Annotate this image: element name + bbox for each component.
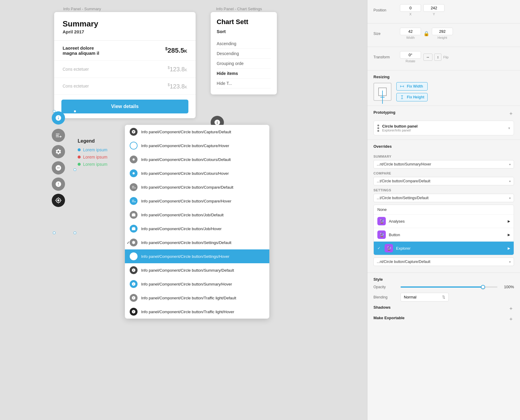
resizing-label: Resizing [373,75,514,79]
sub-dropdown-analyses[interactable]: 🔮 Analyses ▶ [374,215,514,228]
summary-override-select[interactable]: ...nt/Circle button/Summary/Hover ▾ [373,160,514,168]
rotate-input[interactable] [400,51,421,59]
capture-override-select[interactable]: ...nt/Circle button/Capture/Default ▾ [373,258,514,266]
dropdown-item-10[interactable]: Info panel/Component/Circle button/Setti… [125,249,269,263]
chart-settings-hide-t[interactable]: Hide T... [217,79,271,88]
shadows-add-icon[interactable]: + [508,306,514,312]
capture-override-chevron: ▾ [509,260,511,264]
dropdown-item-1[interactable]: Info panel/Component/Circle button/Captu… [125,125,269,139]
prototyping-add-icon[interactable]: + [508,111,514,117]
fix-width-button[interactable]: Fix Width [396,82,428,91]
fix-height-button[interactable]: Fix Height [396,93,428,101]
size-width-input[interactable] [400,28,421,35]
sidebar-icon-settings[interactable] [52,145,65,158]
summary-title: Summary [63,19,187,29]
overrides-label: Overrides [373,144,392,149]
opacity-slider[interactable] [401,286,497,288]
chart-settings-ascending[interactable]: Ascending [217,39,271,49]
dropdown-item-8[interactable]: Info panel/Component/Circle button/Job/H… [125,222,269,236]
sidebar-icon-menu-add[interactable] [52,129,65,142]
position-y-input[interactable] [423,4,444,12]
settings-override-label: SETTINGS [373,188,514,192]
legend-title: Legend [78,138,107,144]
sidebar-icon-crosshair[interactable] [52,194,65,207]
flip-h-button[interactable]: ↔ [423,54,432,61]
sidebar-icon-info[interactable] [52,111,65,125]
position-x-label: X [409,12,411,16]
prototyping-dot-3 [377,130,379,132]
resizing-area: Fix Width Fix Height [373,82,514,101]
blending-row: Blending Normal ⇅ [373,293,514,301]
dropdown-item-4[interactable]: Info panel/Component/Circle button/Colou… [125,166,269,180]
settings-override-select[interactable]: ...t/Circle button/Settings/Default ▾ [373,194,514,202]
sidebar-icon-alert[interactable] [52,178,65,191]
resize-box[interactable] [373,83,392,101]
summary-label-3: Cons ectetuer [63,84,89,88]
dropdown-icon-12 [130,280,138,288]
dropdown-label-3: Info panel/Component/Circle button/Colou… [141,157,231,162]
size-height-group: Height [432,28,453,39]
dropdown-label-13: Info panel/Component/Circle button/Traff… [141,296,236,300]
dropdown-icon-4 [130,169,138,177]
export-add-icon[interactable]: + [508,317,514,323]
svg-point-0 [133,159,135,161]
sub-icon-button: 🔮 [377,230,386,239]
selection-handle-t [74,110,76,113]
summary-row-1: Laoreet doloremagna aliquam il $285.5K [54,41,196,61]
prototyping-dots [377,125,379,132]
blending-chevron: ⇅ [442,295,445,299]
canvas-area: Info Panel - Summary Info Panel - Chart … [0,0,367,420]
dropdown-item-13[interactable]: Info panel/Component/Circle button/Traff… [125,291,269,305]
position-x-input[interactable] [400,4,421,12]
dropdown-icon-13 [130,294,138,302]
resize-buttons: Fix Width Fix Height [396,82,428,101]
sidebar-icon-minus[interactable] [52,161,65,174]
dropdown-icon-14 [130,308,138,316]
position-label: Position [373,8,398,12]
sub-icon-analyses: 🔮 [377,217,386,225]
opacity-thumb[interactable] [481,285,485,289]
view-details-button[interactable]: View details [61,100,188,113]
sub-dropdown-button[interactable]: 🔮 Button ▶ [374,228,514,241]
compare-override-value: ...t/Circle button/Compare/Default [377,179,430,183]
export-header: Make Exportable + [373,316,514,323]
chart-settings-sort-label: Sort [217,29,271,34]
shadows-header: Shadows + [373,305,514,313]
dropdown-item-7[interactable]: Info panel/Component/Circle button/Job/D… [125,208,269,222]
dropdown-item-2[interactable]: Info panel/Component/Circle button/Captu… [125,139,269,153]
sub-dropdown-explorer[interactable]: ✓ 🔮 Explorer ▶ [374,242,514,255]
summary-subtitle: April 2017 [63,29,187,34]
dropdown-item-11[interactable]: Info panel/Component/Circle button/Summa… [125,263,269,277]
dropdown-label-9: Info panel/Component/Circle button/Setti… [141,240,231,245]
dropdown-item-12[interactable]: Info panel/Component/Circle button/Summa… [125,277,269,291]
position-y-label: Y [433,12,435,16]
dropdown-item-14[interactable]: Info panel/Component/Circle button/Traff… [125,305,269,319]
summary-value-1: $285.5K [165,46,187,54]
legend-dot-red [78,156,81,159]
dropdown-item-9[interactable]: ✓ Info panel/Component/Circle button/Set… [125,236,269,249]
panel-label-summary: Info Panel - Summary [63,7,101,11]
lock-icon[interactable]: 🔒 [423,31,429,36]
style-label: Style [373,277,514,282]
transform-section: Transform Rotate ↔ ↕ Flip [367,47,520,70]
sub-dropdown-none[interactable]: None [374,205,514,214]
compare-override-select[interactable]: ...t/Circle button/Compare/Default ▾ [373,177,514,185]
blending-select[interactable]: Normal ⇅ [401,293,449,301]
size-row: Size Width 🔒 Height [373,28,514,39]
prototyping-item[interactable]: Circle button panel Explorer/Info panel/… [373,121,514,135]
chart-settings-grouping[interactable]: Grouping orde [217,59,271,69]
dropdown-label-6: Info panel/Component/Circle button/Compa… [141,199,231,203]
summary-value-2: $123.8K [168,66,187,73]
dropdown-icon-2 [130,142,138,150]
dropdown-item-3[interactable]: Info panel/Component/Circle button/Colou… [125,153,269,166]
rotate-label: Rotate [406,59,415,63]
size-height-input[interactable] [432,28,453,35]
chart-settings-hide-items[interactable]: Hide items [217,69,271,79]
dropdown-item-5[interactable]: Info panel/Component/Circle button/Compa… [125,180,269,194]
chart-settings-descending[interactable]: Descending [217,49,271,59]
resizing-section: Resizing Fix Width Fix Height [367,70,520,106]
dropdown-item-6[interactable]: Info panel/Component/Circle button/Compa… [125,194,269,208]
flip-v-button[interactable]: ↕ [434,54,441,61]
sub-label-button: Button [389,233,400,237]
dropdown-icon-10 [130,252,138,260]
